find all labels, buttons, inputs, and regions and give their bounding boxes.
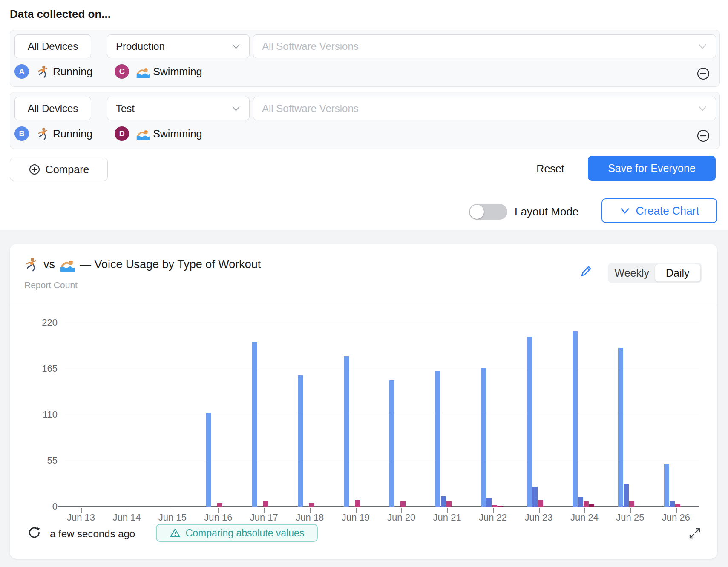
x-axis-label: Jun 21	[424, 512, 471, 523]
remove-filter-row-icon[interactable]	[696, 67, 710, 80]
create-chart-button[interactable]: Create Chart	[601, 198, 717, 223]
bar-C-jun-26[interactable]	[675, 504, 680, 507]
bar-B-jun-22[interactable]	[486, 498, 492, 507]
software-version-field	[253, 34, 716, 58]
bar-C-jun-20[interactable]	[400, 501, 406, 507]
compare-button[interactable]: Compare	[10, 158, 108, 181]
toggle-knob	[470, 205, 484, 219]
bar-A-jun-18[interactable]	[298, 375, 303, 507]
bar-A-jun-26[interactable]	[664, 464, 669, 507]
expand-fullscreen-icon[interactable]	[689, 527, 701, 539]
bar-B-jun-26[interactable]	[670, 501, 675, 507]
bar-C-jun-21[interactable]	[446, 501, 452, 507]
comparison-warning-badge: Comparing absolute values	[156, 524, 318, 542]
series-row: B Running D Swimming	[14, 126, 202, 141]
y-axis-label: 165	[23, 363, 58, 374]
series-label: Running	[53, 66, 92, 78]
bar-A-jun-23[interactable]	[527, 337, 532, 507]
x-axis-label: Jun 18	[286, 512, 333, 523]
x-axis-label: Jun 13	[58, 512, 104, 523]
page-title: Data collected on...	[10, 8, 111, 21]
x-axis-label: Jun 19	[332, 512, 379, 523]
bar-B-jun-25[interactable]	[624, 484, 629, 507]
layout-mode-label: Layout Mode	[515, 205, 578, 218]
bar-B-jun-23[interactable]	[532, 487, 538, 507]
bar-B-jun-21[interactable]	[441, 496, 446, 507]
y-axis-label: 220	[23, 317, 58, 328]
y-axis-label: 55	[23, 455, 58, 466]
bar-C-jun-25[interactable]	[629, 501, 634, 507]
bar-C-jun-22[interactable]	[492, 505, 497, 507]
x-axis-label: Jun 17	[241, 512, 288, 523]
compare-label: Compare	[46, 163, 89, 176]
chevron-down-icon	[698, 43, 707, 50]
refresh-icon[interactable]	[28, 526, 41, 540]
environment-select[interactable]: Production	[107, 34, 250, 58]
remove-filter-row-icon[interactable]	[696, 129, 710, 143]
bar-B-jun-24[interactable]	[578, 497, 583, 507]
filter-group-test: All Devices Test B Running D	[10, 92, 720, 149]
bar-A-jun-24[interactable]	[573, 331, 578, 507]
series-badge-a[interactable]: A	[14, 64, 29, 79]
layout-mode-toggle[interactable]	[469, 204, 507, 220]
gridline	[65, 415, 699, 415]
series-label: Swimming	[153, 66, 202, 78]
software-version-input[interactable]	[262, 40, 698, 52]
bar-A-jun-20[interactable]	[389, 380, 394, 507]
bar-C-jun-19[interactable]	[355, 500, 360, 507]
series-label: Swimming	[153, 128, 202, 140]
x-axis-label: Jun 20	[378, 512, 425, 523]
gridline	[65, 323, 699, 323]
environment-value: Production	[116, 40, 165, 52]
device-filter-label: All Devices	[28, 103, 78, 115]
environment-value: Test	[116, 103, 135, 115]
gridline	[65, 369, 699, 369]
bar-C-jun-16[interactable]	[217, 503, 222, 507]
bar-A-jun-21[interactable]	[435, 371, 440, 507]
x-axis-label: Jun 14	[103, 512, 150, 523]
series-label: Running	[53, 128, 92, 140]
filter-group-production: All Devices Production A Running C	[10, 30, 720, 87]
chevron-down-icon	[620, 207, 630, 215]
device-filter-button[interactable]: All Devices	[14, 34, 91, 58]
save-for-everyone-button[interactable]: Save for Everyone	[588, 156, 716, 181]
x-axis-label: Jun 22	[469, 512, 516, 523]
bar-A-jun-16[interactable]	[206, 413, 211, 507]
swimmer-icon	[136, 65, 150, 78]
y-axis-label: 110	[23, 409, 58, 420]
plus-circle-icon	[29, 163, 40, 175]
x-axis-line	[58, 506, 699, 507]
chevron-down-icon	[698, 105, 707, 112]
create-chart-label: Create Chart	[636, 204, 699, 218]
reset-button[interactable]: Reset	[525, 163, 576, 175]
environment-select[interactable]: Test	[107, 97, 250, 120]
bar-A-jun-19[interactable]	[344, 356, 349, 507]
x-axis-label: Jun 25	[607, 512, 653, 523]
bar-A-jun-25[interactable]	[618, 348, 623, 507]
bar-A-jun-17[interactable]	[252, 342, 257, 507]
software-version-input[interactable]	[262, 103, 698, 115]
series-badge-b[interactable]: B	[14, 126, 29, 141]
x-axis-label: Jun 15	[149, 512, 196, 523]
series-badge-c[interactable]: C	[115, 64, 129, 79]
warning-triangle-icon	[170, 528, 181, 538]
bar-chart-plot: 220165110550Jun 13Jun 14Jun 15Jun 16Jun …	[10, 244, 717, 559]
chevron-down-icon	[231, 43, 241, 50]
bar-D-jun-24[interactable]	[589, 504, 594, 507]
bar-A-jun-22[interactable]	[481, 368, 486, 507]
page: Data collected on... All Devices Product…	[0, 0, 728, 567]
swimmer-icon	[136, 127, 150, 140]
bar-C-jun-17[interactable]	[263, 501, 268, 507]
bar-C-jun-24[interactable]	[584, 501, 589, 507]
series-row: A Running C Swimming	[14, 64, 202, 79]
x-axis-label: Jun 16	[195, 512, 242, 523]
device-filter-button[interactable]: All Devices	[14, 97, 91, 120]
bar-D-jun-22[interactable]	[498, 506, 503, 507]
bar-C-jun-23[interactable]	[538, 500, 543, 507]
bar-C-jun-18[interactable]	[309, 503, 314, 507]
runner-icon	[36, 127, 49, 140]
series-badge-d[interactable]: D	[115, 126, 129, 141]
gridline	[65, 461, 699, 461]
chart-card: vs — Voice Usage by Type of Workout Repo…	[10, 244, 717, 559]
warning-text: Comparing absolute values	[186, 527, 305, 539]
